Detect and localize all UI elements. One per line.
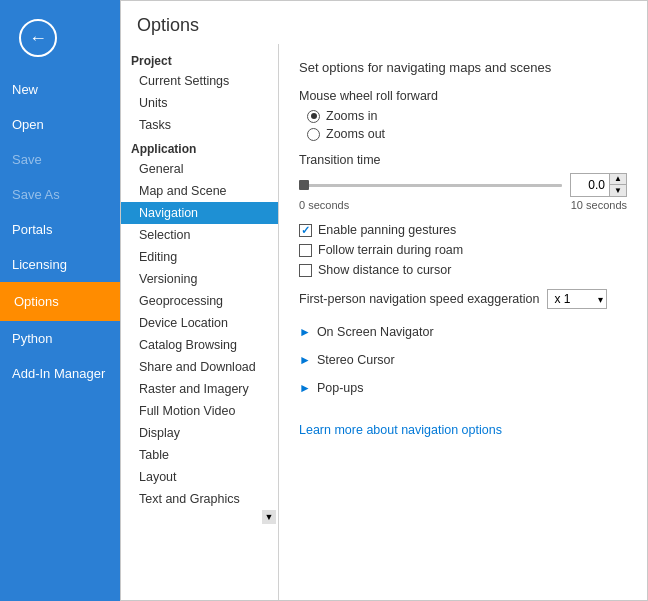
- radio-circle-zooms-out: [307, 128, 320, 141]
- speed-row: First-person navigation speed exaggerati…: [299, 289, 627, 309]
- sidebar-item-licensing[interactable]: Licensing: [0, 247, 120, 282]
- slider-track[interactable]: [299, 184, 562, 187]
- settings-panel: Set options for navigating maps and scen…: [279, 44, 647, 600]
- number-input-wrap: ▲ ▼: [570, 173, 627, 197]
- nav-item-layout[interactable]: Layout: [121, 466, 278, 488]
- transition-group: Transition time ▲ ▼: [299, 153, 627, 211]
- collapsible-title-on-screen-navigator: On Screen Navigator: [317, 325, 434, 339]
- nav-item-selection[interactable]: Selection: [121, 224, 278, 246]
- speed-dropdown-wrap: x 1 x 2 x 4 x 8: [547, 289, 607, 309]
- collapsible-title-popups: Pop-ups: [317, 381, 364, 395]
- nav-item-text-and-graphics[interactable]: Text and Graphics: [121, 488, 278, 510]
- spin-down-button[interactable]: ▼: [610, 185, 626, 196]
- collapsible-arrow-popups-icon: ►: [299, 381, 311, 395]
- nav-item-table[interactable]: Table: [121, 444, 278, 466]
- collapsible-stereo-cursor: ► Stereo Cursor: [299, 349, 627, 371]
- collapsible-header-popups[interactable]: ► Pop-ups: [299, 377, 627, 399]
- transition-value-input[interactable]: [571, 174, 609, 196]
- sidebar-item-save[interactable]: Save: [0, 142, 120, 177]
- sidebar-item-saveas[interactable]: Save As: [0, 177, 120, 212]
- speed-dropdown[interactable]: x 1 x 2 x 4 x 8: [547, 289, 607, 309]
- checkbox-terrain-box: [299, 244, 312, 257]
- sidebar: ← New Open Save Save As Portals Licensin…: [0, 0, 120, 601]
- options-title: Options: [121, 1, 647, 44]
- radio-label-zooms-out: Zooms out: [326, 127, 385, 141]
- transition-label: Transition time: [299, 153, 627, 167]
- mouse-wheel-radio-group: Zooms in Zooms out: [307, 109, 627, 141]
- radio-zooms-in[interactable]: Zooms in: [307, 109, 627, 123]
- nav-item-device-location[interactable]: Device Location: [121, 312, 278, 334]
- collapsible-title-stereo-cursor: Stereo Cursor: [317, 353, 395, 367]
- slider-labels: 0 seconds 10 seconds: [299, 199, 627, 211]
- nav-scroll-down[interactable]: ▼: [262, 510, 276, 524]
- nav-section-project: Project: [121, 48, 278, 70]
- checkbox-panning[interactable]: ✓ Enable panning gestures: [299, 223, 627, 237]
- sidebar-item-python[interactable]: Python: [0, 321, 120, 356]
- sidebar-item-addin[interactable]: Add-In Manager: [0, 356, 120, 391]
- checkbox-distance-label: Show distance to cursor: [318, 263, 451, 277]
- nav-item-versioning[interactable]: Versioning: [121, 268, 278, 290]
- options-body: Project Current Settings Units Tasks App…: [121, 44, 647, 600]
- slider-max-label: 10 seconds: [571, 199, 627, 211]
- mouse-wheel-group: Mouse wheel roll forward Zooms in Zooms …: [299, 89, 627, 141]
- slider-thumb[interactable]: [299, 180, 309, 190]
- sidebar-item-portals[interactable]: Portals: [0, 212, 120, 247]
- learn-more-link[interactable]: Learn more about navigation options: [299, 423, 502, 437]
- nav-item-editing[interactable]: Editing: [121, 246, 278, 268]
- collapsible-header-stereo-cursor[interactable]: ► Stereo Cursor: [299, 349, 627, 371]
- sidebar-item-options[interactable]: Options: [0, 282, 120, 321]
- nav-item-full-motion-video[interactable]: Full Motion Video: [121, 400, 278, 422]
- collapsible-on-screen-navigator: ► On Screen Navigator: [299, 321, 627, 343]
- nav-item-units[interactable]: Units: [121, 92, 278, 114]
- sidebar-item-new[interactable]: New: [0, 72, 120, 107]
- main-content: Options Project Current Settings Units T…: [120, 0, 648, 601]
- collapsible-header-on-screen-navigator[interactable]: ► On Screen Navigator: [299, 321, 627, 343]
- nav-item-navigation[interactable]: Navigation: [121, 202, 278, 224]
- collapsible-arrow-icon: ►: [299, 325, 311, 339]
- nav-item-tasks[interactable]: Tasks: [121, 114, 278, 136]
- nav-item-share-and-download[interactable]: Share and Download: [121, 356, 278, 378]
- speed-label: First-person navigation speed exaggerati…: [299, 292, 539, 306]
- sidebar-items: New Open Save Save As Portals Licensing …: [0, 72, 120, 391]
- radio-zooms-out[interactable]: Zooms out: [307, 127, 627, 141]
- spin-up-button[interactable]: ▲: [610, 174, 626, 185]
- nav-item-display[interactable]: Display: [121, 422, 278, 444]
- nav-section-application: Application: [121, 136, 278, 158]
- checkbox-panning-check: ✓: [301, 224, 310, 237]
- checkboxes-group: ✓ Enable panning gestures Follow terrain…: [299, 223, 627, 277]
- nav-item-geoprocessing[interactable]: Geoprocessing: [121, 290, 278, 312]
- settings-description: Set options for navigating maps and scen…: [299, 60, 627, 75]
- back-button[interactable]: ←: [8, 8, 68, 68]
- radio-circle-zooms-in: [307, 110, 320, 123]
- radio-label-zooms-in: Zooms in: [326, 109, 377, 123]
- nav-item-catalog-browsing[interactable]: Catalog Browsing: [121, 334, 278, 356]
- slider-container: [299, 175, 562, 195]
- checkbox-distance[interactable]: Show distance to cursor: [299, 263, 627, 277]
- back-circle[interactable]: ←: [19, 19, 57, 57]
- checkbox-panning-label: Enable panning gestures: [318, 223, 456, 237]
- nav-item-map-and-scene[interactable]: Map and Scene: [121, 180, 278, 202]
- mouse-wheel-label: Mouse wheel roll forward: [299, 89, 627, 103]
- back-arrow-icon: ←: [29, 29, 47, 47]
- nav-item-raster-and-imagery[interactable]: Raster and Imagery: [121, 378, 278, 400]
- checkbox-terrain[interactable]: Follow terrain during roam: [299, 243, 627, 257]
- checkbox-distance-box: [299, 264, 312, 277]
- sidebar-item-open[interactable]: Open: [0, 107, 120, 142]
- collapsible-popups: ► Pop-ups: [299, 377, 627, 399]
- collapsible-arrow-stereo-icon: ►: [299, 353, 311, 367]
- nav-item-general[interactable]: General: [121, 158, 278, 180]
- nav-item-current-settings[interactable]: Current Settings: [121, 70, 278, 92]
- slider-min-label: 0 seconds: [299, 199, 349, 211]
- checkbox-terrain-label: Follow terrain during roam: [318, 243, 463, 257]
- checkbox-panning-box: ✓: [299, 224, 312, 237]
- nav-tree: Project Current Settings Units Tasks App…: [121, 44, 279, 600]
- spin-buttons: ▲ ▼: [609, 174, 626, 196]
- transition-row: ▲ ▼: [299, 173, 627, 197]
